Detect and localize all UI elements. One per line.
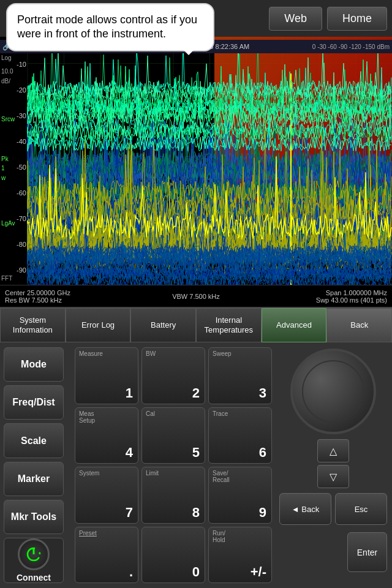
y-80: -80 [17,241,26,248]
tab-error-log[interactable]: Error Log [66,308,131,342]
nav-buttons: △ ▽ [279,439,387,488]
system-button[interactable]: System 7 [75,467,138,524]
span: Span 1.000000 MHz [260,289,387,296]
trace-label: Trace [213,410,228,417]
freq-dist-button[interactable]: Freq/Dist [4,385,64,420]
mkr-tools-button[interactable]: Mkr Tools [4,500,64,534]
connect-circle [18,538,50,570]
run-hold-button[interactable]: Run/ Hold +/- [208,527,272,584]
center-freq: Center 25.00000 GHz [5,289,132,296]
run-hold-num: +/- [251,564,266,580]
y-label-dbunit: dB/ [1,78,10,85]
speech-bubble-text: Portrait mode allows control as if you w… [17,13,197,40]
spectrum-display [0,37,392,303]
limit-num: 8 [192,505,200,521]
back-button[interactable]: ◄ Back [279,493,331,525]
y-30: -30 [17,112,26,119]
preset-button[interactable]: Preset . [75,527,138,584]
save-recall-button[interactable]: Save/ Recall 9 [208,467,272,524]
y-70: -70 [17,215,26,222]
num-pad: Measure 1 BW 2 Sweep 3 Meas Setup 4 Cal … [72,342,274,588]
meas-setup-label: Meas Setup [79,410,95,424]
measure-num: 1 [126,385,133,401]
measure-label: Measure [79,350,103,357]
home-button[interactable]: Home [327,7,387,31]
cal-label: Cal [146,410,155,417]
web-button[interactable]: Web [269,7,322,31]
scale-button[interactable]: Scale [4,423,64,458]
connect-label: Connect [17,573,51,582]
zero-button[interactable]: 0 [141,527,205,584]
y-60: -60 [17,189,26,197]
preset-label: Preset [79,530,97,537]
speech-bubble: Portrait mode allows control as if you w… [6,3,214,51]
info-left: Center 25.00000 GHz Res BW 7.500 kHz [5,289,132,304]
preset-num: . [129,564,133,580]
marker-button[interactable]: Marker [4,462,64,496]
tab-bar: System Information Error Log Battery Int… [0,307,392,342]
run-hold-label: Run/ Hold [213,530,225,543]
tab-battery[interactable]: Battery [130,308,196,342]
info-right: Span 1.000000 MHz Swp 43.00 ms (401 pts) [260,289,387,304]
bw-num: 2 [192,385,200,401]
y-40: -40 [17,138,26,145]
bw-button[interactable]: BW 2 [141,347,205,404]
sweep-button[interactable]: Sweep 3 [208,347,272,404]
y-axis: Log 10.0 dB/ Srcw Pk 1 w LgAv FFT -10 -2… [0,53,28,286]
info-bar: Center 25.00000 GHz Res BW 7.500 kHz VBW… [0,285,392,307]
action-buttons: ◄ Back Esc [279,493,387,525]
y-20: -20 [17,86,26,94]
sweep-label: Sweep [213,350,232,357]
meas-setup-button[interactable]: Meas Setup 4 [75,407,138,464]
save-recall-label: Save/ Recall [213,470,230,483]
tab-system-information[interactable]: System Information [0,308,66,342]
tab-advanced[interactable]: Advanced [262,308,327,342]
system-label: System [79,470,99,477]
info-center: VBW 7.500 kHz [132,293,260,300]
power-icon [25,546,42,563]
cal-button[interactable]: Cal 5 [141,407,205,464]
limit-button[interactable]: Limit 8 [141,467,205,524]
up-button[interactable]: △ [317,439,349,462]
esc-button[interactable]: Esc [335,493,387,525]
bw-label: BW [146,350,156,357]
y-label-pk-val: 1 [1,165,5,172]
sweep-num: 3 [259,385,266,401]
limit-label: Limit [146,470,159,477]
spectrum-canvas [0,37,392,303]
y-label-db: 10.0 [1,68,13,75]
tab-back[interactable]: Back [326,308,392,342]
enter-button[interactable]: Enter [347,532,387,572]
res-bw: Res BW 7.500 kHz [5,296,132,304]
trace-num: 6 [259,445,266,461]
scale-labels: 0 -30 -60 -90 -120 -150 dBm [312,43,390,50]
y-label-lgav: LgAv [1,220,15,227]
y-90: -90 [17,266,26,274]
enter-label: Enter [357,548,377,557]
system-num: 7 [126,505,133,521]
y-label-fft: FFT [1,275,12,282]
cal-num: 5 [192,445,200,461]
y-50: -50 [17,164,26,171]
mode-button[interactable]: Mode [4,347,64,382]
connect-button[interactable]: Connect [4,538,64,583]
down-button[interactable]: ▽ [317,465,349,488]
y-label-srcw: Srcw [1,116,15,123]
save-recall-num: 9 [259,505,266,521]
trace-button[interactable]: Trace 6 [208,407,272,464]
swp: Swp 43.00 ms (401 pts) [260,296,387,304]
y-label-log: Log [1,55,12,61]
meas-setup-num: 4 [126,445,133,461]
measure-button[interactable]: Measure 1 [75,347,138,404]
y-10: -10 [17,61,26,68]
tab-internal-temperatures[interactable]: Internal Temperatures [196,308,262,342]
y-label-pk: Pk [1,156,9,162]
left-keys: Mode Freq/Dist Scale Marker Mkr Tools Co… [0,342,67,588]
tuning-dial[interactable] [290,349,376,434]
zero-num: 0 [192,564,200,580]
y-label-pk-unit: w [1,175,6,181]
